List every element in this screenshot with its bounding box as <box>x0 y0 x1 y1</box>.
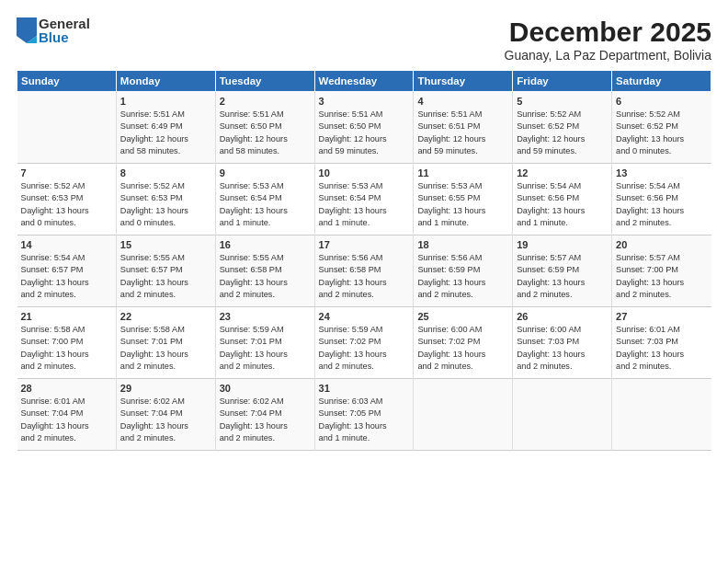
table-row: 26Sunrise: 6:00 AM Sunset: 7:03 PM Dayli… <box>513 307 612 379</box>
col-wednesday: Wednesday <box>314 71 414 92</box>
day-number: 2 <box>220 96 311 107</box>
table-row: 24Sunrise: 5:59 AM Sunset: 7:02 PM Dayli… <box>314 307 414 379</box>
table-row: 28Sunrise: 6:01 AM Sunset: 7:04 PM Dayli… <box>17 379 117 451</box>
day-info: Sunrise: 5:51 AM Sunset: 6:51 PM Dayligh… <box>417 109 508 157</box>
table-row: 20Sunrise: 5:57 AM Sunset: 7:00 PM Dayli… <box>612 236 711 307</box>
day-number: 6 <box>616 96 707 107</box>
table-row: 31Sunrise: 6:03 AM Sunset: 7:05 PM Dayli… <box>314 379 414 451</box>
day-number: 14 <box>21 239 112 250</box>
table-row <box>17 92 117 164</box>
day-info: Sunrise: 5:56 AM Sunset: 6:59 PM Dayligh… <box>417 252 508 301</box>
table-row: 22Sunrise: 5:58 AM Sunset: 7:01 PM Dayli… <box>116 307 215 379</box>
header: General Blue December 2025 Guanay, La Pa… <box>17 17 711 63</box>
col-sunday: Sunday <box>17 71 117 92</box>
day-number: 3 <box>319 96 410 107</box>
calendar-header: Sunday Monday Tuesday Wednesday Thursday… <box>17 71 711 92</box>
table-row: 5Sunrise: 5:52 AM Sunset: 6:52 PM Daylig… <box>513 92 612 164</box>
day-number: 19 <box>517 239 608 250</box>
day-number: 29 <box>120 383 211 394</box>
table-row: 25Sunrise: 6:00 AM Sunset: 7:02 PM Dayli… <box>414 307 513 379</box>
location-title: Guanay, La Paz Department, Bolivia <box>505 48 711 63</box>
day-info: Sunrise: 5:58 AM Sunset: 7:01 PM Dayligh… <box>120 324 211 373</box>
table-row: 13Sunrise: 5:54 AM Sunset: 6:56 PM Dayli… <box>612 164 711 236</box>
calendar-week-row: 14Sunrise: 5:54 AM Sunset: 6:57 PM Dayli… <box>17 236 711 307</box>
table-row: 2Sunrise: 5:51 AM Sunset: 6:50 PM Daylig… <box>215 92 314 164</box>
day-info: Sunrise: 5:51 AM Sunset: 6:49 PM Dayligh… <box>120 109 211 157</box>
calendar-table: Sunday Monday Tuesday Wednesday Thursday… <box>17 70 711 451</box>
day-info: Sunrise: 5:55 AM Sunset: 6:58 PM Dayligh… <box>220 252 311 301</box>
table-row: 21Sunrise: 5:58 AM Sunset: 7:00 PM Dayli… <box>17 307 117 379</box>
table-row: 14Sunrise: 5:54 AM Sunset: 6:57 PM Dayli… <box>17 236 117 307</box>
day-info: Sunrise: 5:54 AM Sunset: 6:57 PM Dayligh… <box>21 252 112 301</box>
logo: General Blue <box>17 17 90 44</box>
table-row: 7Sunrise: 5:52 AM Sunset: 6:53 PM Daylig… <box>17 164 117 236</box>
table-row: 17Sunrise: 5:56 AM Sunset: 6:58 PM Dayli… <box>314 236 414 307</box>
day-number: 16 <box>220 239 311 250</box>
day-number: 27 <box>616 311 707 322</box>
title-block: December 2025 Guanay, La Paz Department,… <box>505 17 711 63</box>
day-info: Sunrise: 5:59 AM Sunset: 7:01 PM Dayligh… <box>220 324 311 373</box>
day-info: Sunrise: 5:52 AM Sunset: 6:52 PM Dayligh… <box>616 109 707 157</box>
day-number: 7 <box>21 167 112 178</box>
day-info: Sunrise: 5:53 AM Sunset: 6:55 PM Dayligh… <box>417 180 508 229</box>
logo-blue: Blue <box>39 30 90 44</box>
table-row: 1Sunrise: 5:51 AM Sunset: 6:49 PM Daylig… <box>116 92 215 164</box>
day-number: 8 <box>120 167 211 178</box>
table-row: 4Sunrise: 5:51 AM Sunset: 6:51 PM Daylig… <box>414 92 513 164</box>
calendar-week-row: 28Sunrise: 6:01 AM Sunset: 7:04 PM Dayli… <box>17 379 711 451</box>
day-info: Sunrise: 5:57 AM Sunset: 6:59 PM Dayligh… <box>517 252 608 301</box>
day-info: Sunrise: 6:01 AM Sunset: 7:03 PM Dayligh… <box>616 324 707 373</box>
table-row <box>513 379 612 451</box>
col-saturday: Saturday <box>612 71 711 92</box>
table-row: 18Sunrise: 5:56 AM Sunset: 6:59 PM Dayli… <box>414 236 513 307</box>
day-info: Sunrise: 5:54 AM Sunset: 6:56 PM Dayligh… <box>616 180 707 229</box>
day-info: Sunrise: 5:51 AM Sunset: 6:50 PM Dayligh… <box>319 109 410 157</box>
day-number: 12 <box>517 167 608 178</box>
day-info: Sunrise: 5:52 AM Sunset: 6:53 PM Dayligh… <box>21 180 112 229</box>
col-friday: Friday <box>513 71 612 92</box>
col-tuesday: Tuesday <box>215 71 314 92</box>
day-info: Sunrise: 5:56 AM Sunset: 6:58 PM Dayligh… <box>319 252 410 301</box>
day-info: Sunrise: 5:53 AM Sunset: 6:54 PM Dayligh… <box>220 180 311 229</box>
day-info: Sunrise: 6:03 AM Sunset: 7:05 PM Dayligh… <box>319 396 410 444</box>
table-row: 15Sunrise: 5:55 AM Sunset: 6:57 PM Dayli… <box>116 236 215 307</box>
page: General Blue December 2025 Guanay, La Pa… <box>0 0 728 563</box>
day-info: Sunrise: 5:58 AM Sunset: 7:00 PM Dayligh… <box>21 324 112 373</box>
table-row: 23Sunrise: 5:59 AM Sunset: 7:01 PM Dayli… <box>215 307 314 379</box>
day-info: Sunrise: 5:54 AM Sunset: 6:56 PM Dayligh… <box>517 180 608 229</box>
day-number: 13 <box>616 167 707 178</box>
table-row <box>612 379 711 451</box>
day-number: 20 <box>616 239 707 250</box>
day-number: 5 <box>517 96 608 107</box>
day-number: 30 <box>220 383 311 394</box>
day-info: Sunrise: 5:52 AM Sunset: 6:53 PM Dayligh… <box>120 180 211 229</box>
day-info: Sunrise: 5:57 AM Sunset: 7:00 PM Dayligh… <box>616 252 707 301</box>
day-info: Sunrise: 5:53 AM Sunset: 6:54 PM Dayligh… <box>319 180 410 229</box>
day-number: 17 <box>319 239 410 250</box>
table-row: 8Sunrise: 5:52 AM Sunset: 6:53 PM Daylig… <box>116 164 215 236</box>
day-number: 23 <box>220 311 311 322</box>
table-row: 9Sunrise: 5:53 AM Sunset: 6:54 PM Daylig… <box>215 164 314 236</box>
day-info: Sunrise: 6:00 AM Sunset: 7:02 PM Dayligh… <box>417 324 508 373</box>
day-info: Sunrise: 6:02 AM Sunset: 7:04 PM Dayligh… <box>220 396 311 444</box>
logo-general: General <box>39 17 90 30</box>
day-number: 24 <box>319 311 410 322</box>
day-number: 28 <box>21 383 112 394</box>
day-number: 18 <box>417 239 508 250</box>
table-row: 12Sunrise: 5:54 AM Sunset: 6:56 PM Dayli… <box>513 164 612 236</box>
day-number: 21 <box>21 311 112 322</box>
table-row: 16Sunrise: 5:55 AM Sunset: 6:58 PM Dayli… <box>215 236 314 307</box>
logo-icon <box>17 17 37 43</box>
table-row: 29Sunrise: 6:02 AM Sunset: 7:04 PM Dayli… <box>116 379 215 451</box>
day-number: 25 <box>417 311 508 322</box>
day-info: Sunrise: 6:00 AM Sunset: 7:03 PM Dayligh… <box>517 324 608 373</box>
day-number: 31 <box>319 383 410 394</box>
day-info: Sunrise: 6:02 AM Sunset: 7:04 PM Dayligh… <box>120 396 211 444</box>
day-number: 26 <box>517 311 608 322</box>
table-row: 27Sunrise: 6:01 AM Sunset: 7:03 PM Dayli… <box>612 307 711 379</box>
logo-text: General Blue <box>39 17 90 44</box>
table-row: 11Sunrise: 5:53 AM Sunset: 6:55 PM Dayli… <box>414 164 513 236</box>
day-info: Sunrise: 5:55 AM Sunset: 6:57 PM Dayligh… <box>120 252 211 301</box>
table-row: 6Sunrise: 5:52 AM Sunset: 6:52 PM Daylig… <box>612 92 711 164</box>
header-row: Sunday Monday Tuesday Wednesday Thursday… <box>17 71 711 92</box>
